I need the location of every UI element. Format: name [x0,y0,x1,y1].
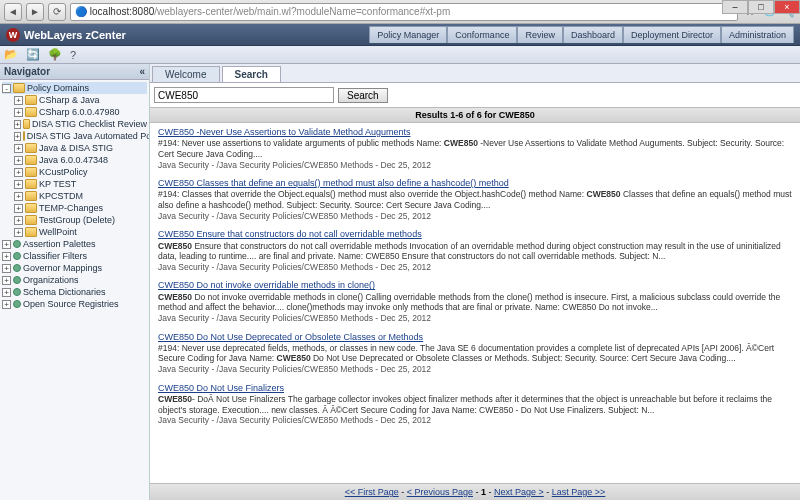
toolbar-refresh-icon[interactable]: 🔄 [26,48,40,61]
tree-item[interactable]: +Java & DISA STIG [2,142,147,154]
pager-prev[interactable]: < Previous Page [407,487,473,497]
results-list: CWE850 -Never Use Assertions to Validate… [150,123,800,483]
tree-item[interactable]: +KP TEST [2,178,147,190]
app-logo: W WebLayers zCenter [6,28,126,42]
expand-toggle-icon[interactable]: + [2,300,11,309]
expand-toggle-icon[interactable]: + [2,240,11,249]
tree-item[interactable]: +KPCSTDM [2,190,147,202]
tree-item[interactable]: +CSharp & Java [2,94,147,106]
search-button[interactable]: Search [338,88,388,103]
tab-welcome[interactable]: Welcome [152,66,220,82]
collapse-icon[interactable]: « [139,66,145,77]
tree-label: Policy Domains [27,83,89,93]
tab-review[interactable]: Review [517,26,563,43]
expand-toggle-icon[interactable]: + [14,96,23,105]
tree-label: KPCSTDM [39,191,83,201]
pager-next[interactable]: Next Page > [494,487,544,497]
result-path: Java Security - /Java Security Policies/… [158,313,792,324]
tree-item[interactable]: +Assertion Palettes [2,238,147,250]
expand-toggle-icon[interactable]: + [14,228,23,237]
tree-label: Open Source Registries [23,299,119,309]
results-count: Results 1-6 of 6 for CWE850 [415,110,535,120]
tree-item[interactable]: +CSharp 6.0.0.47980 [2,106,147,118]
url-host: localhost:8080 [90,6,155,17]
toolbar-open-icon[interactable]: 📂 [4,48,18,61]
result-title-link[interactable]: CWE850 Do Not Use Finalizers [158,383,284,393]
expand-toggle-icon[interactable]: + [14,156,23,165]
search-result: CWE850 Do Not Use Deprecated or Obsolete… [158,332,792,375]
forward-button[interactable]: ► [26,3,44,21]
node-icon [13,300,21,308]
expand-toggle-icon[interactable]: + [14,204,23,213]
expand-toggle-icon[interactable]: + [14,108,23,117]
expand-toggle-icon[interactable]: + [14,132,21,141]
expand-toggle-icon[interactable]: + [14,120,21,129]
tree-label: DISA STIG Java Automated Policies v [27,131,149,141]
address-bar[interactable]: 🔵 localhost:8080 /weblayers-center/web/m… [70,3,738,21]
tree-item[interactable]: +Java 6.0.0.47348 [2,154,147,166]
collapse-toggle-icon[interactable]: - [2,84,11,93]
folder-icon [25,155,37,165]
tab-search[interactable]: Search [222,66,281,82]
expand-toggle-icon[interactable]: + [14,192,23,201]
app-header: W WebLayers zCenter Policy Manager Confo… [0,24,800,46]
maximize-button[interactable]: □ [748,0,774,14]
expand-toggle-icon[interactable]: + [2,252,11,261]
back-button[interactable]: ◄ [4,3,22,21]
folder-icon [25,95,37,105]
tree-label: Governor Mappings [23,263,102,273]
tree-item[interactable]: +Open Source Registries [2,298,147,310]
minimize-button[interactable]: – [722,0,748,14]
pager-first[interactable]: << First Page [345,487,399,497]
tab-dashboard[interactable]: Dashboard [563,26,623,43]
result-title-link[interactable]: CWE850 -Never Use Assertions to Validate… [158,127,410,137]
tree-item[interactable]: +Schema Dictionaries [2,286,147,298]
result-title-link[interactable]: CWE850 Do Not Use Deprecated or Obsolete… [158,332,423,342]
tree-item[interactable]: +KCustPolicy [2,166,147,178]
result-summary: #194: Classes that override the Object.e… [158,189,792,210]
tree-label: KCustPolicy [39,167,88,177]
result-path: Java Security - /Java Security Policies/… [158,415,792,426]
tree-item[interactable]: +Governor Mappings [2,262,147,274]
tree-item[interactable]: +Classifier Filters [2,250,147,262]
folder-icon [13,83,25,93]
folder-icon [25,167,37,177]
expand-toggle-icon[interactable]: + [14,144,23,153]
tab-policy-manager[interactable]: Policy Manager [369,26,447,43]
expand-toggle-icon[interactable]: + [2,288,11,297]
result-summary: CWE850 Ensure that constructors do not c… [158,241,792,262]
tree-label: KP TEST [39,179,76,189]
tab-deployment-director[interactable]: Deployment Director [623,26,721,43]
expand-toggle-icon[interactable]: + [14,180,23,189]
app-title: WebLayers zCenter [24,29,126,41]
expand-toggle-icon[interactable]: + [2,264,11,273]
result-title-link[interactable]: CWE850 Ensure that constructors do not c… [158,229,422,239]
expand-toggle-icon[interactable]: + [14,168,23,177]
expand-toggle-icon[interactable]: + [14,216,23,225]
tree-label: CSharp & Java [39,95,100,105]
url-path: /weblayers-center/web/main.wl?moduleName… [154,6,450,17]
result-title-link[interactable]: CWE850 Classes that define an equals() m… [158,178,509,188]
tree-item[interactable]: +Organizations [2,274,147,286]
tree-root-policy-domains[interactable]: - Policy Domains [2,82,147,94]
navigator-header: Navigator « [0,64,149,80]
pager-last[interactable]: Last Page >> [552,487,606,497]
toolbar-tree-icon[interactable]: 🌳 [48,48,62,61]
reload-button[interactable]: ⟳ [48,3,66,21]
tree-item[interactable]: +TestGroup (Delete) [2,214,147,226]
tree-label: Schema Dictionaries [23,287,106,297]
tree-label: WellPoint [39,227,77,237]
result-title-link[interactable]: CWE850 Do not invoke overridable methods… [158,280,375,290]
tree-label: TEMP-Changes [39,203,103,213]
tree-label: Assertion Palettes [23,239,96,249]
tree-item[interactable]: +WellPoint [2,226,147,238]
tree-item[interactable]: +TEMP-Changes [2,202,147,214]
tab-administration[interactable]: Administration [721,26,794,43]
tree-item[interactable]: +DISA STIG Java Automated Policies v [2,130,147,142]
search-input[interactable] [154,87,334,103]
expand-toggle-icon[interactable]: + [2,276,11,285]
tab-conformance[interactable]: Conformance [447,26,517,43]
close-button[interactable]: × [774,0,800,14]
toolbar-help-icon[interactable]: ? [70,49,76,61]
tree-item[interactable]: +DISA STIG Checklist Review [2,118,147,130]
